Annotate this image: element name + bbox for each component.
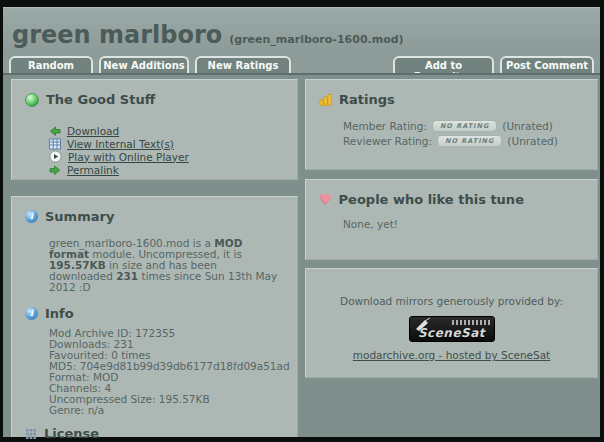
reviewer-rating-row: Reviewer Rating: NO RATING (Unrated) — [343, 133, 597, 148]
scenesat-logo-text: SceneSat — [410, 326, 494, 340]
info-icon — [25, 307, 38, 320]
people-heading: People who like this tune — [319, 192, 597, 207]
good-stuff-heading-label: The Good Stuff — [46, 92, 155, 107]
tab-post-comment[interactable]: Post Comment — [500, 56, 594, 73]
gold-bar-chart-icon — [319, 93, 332, 106]
tab-random[interactable]: Random — [9, 56, 93, 73]
title-row: green marlboro (green_marlboro-1600.mod) — [12, 21, 404, 49]
download-link[interactable]: Download — [67, 125, 119, 137]
tab-new-ratings[interactable]: New Ratings — [195, 56, 291, 73]
grid-dots-icon — [25, 428, 37, 440]
page-title: green marlboro — [12, 21, 222, 49]
summary-heading-label: Summary — [45, 209, 114, 224]
license-heading-label: License — [44, 426, 99, 441]
tab-add-to-favourites[interactable]: Add to Favourites — [393, 56, 494, 73]
download-arrow-icon — [49, 125, 61, 137]
green-globe-icon — [25, 93, 39, 107]
scenesat-mirror-link[interactable]: modarchive.org - hosted by SceneSat — [353, 349, 550, 361]
info-heading: Info — [25, 306, 297, 321]
scenesat-logo[interactable]: SceneSat — [409, 316, 495, 342]
tab-bar: Random New Additions New Ratings Add to … — [3, 56, 600, 73]
reviewer-rating-status: (Unrated) — [507, 135, 558, 147]
details-panel: Summary green_marlboro-1600.mod is a MOD… — [11, 196, 298, 437]
people-heading-label: People who like this tune — [339, 192, 524, 207]
permalink-row: Permalink — [49, 163, 297, 176]
good-stuff-panel: The Good Stuff Download View Internal Te… — [11, 79, 298, 180]
member-rating-row: Member Rating: NO RATING (Unrated) — [343, 118, 597, 133]
member-rating-status: (Unrated) — [502, 120, 553, 132]
download-row: Download — [49, 124, 297, 137]
page-header: green marlboro (green_marlboro-1600.mod) — [3, 7, 600, 56]
play-online-row: Play with Online Player — [49, 150, 297, 163]
content-area: The Good Stuff Download View Internal Te… — [3, 75, 600, 437]
view-internal-texts-link[interactable]: View Internal Text(s) — [67, 138, 174, 150]
member-no-rating-badge: NO RATING — [432, 120, 497, 132]
pink-heart-icon — [319, 193, 332, 206]
mirrors-panel: Download mirrors generously provided by: — [305, 268, 598, 378]
page-filename: (green_marlboro-1600.mod) — [229, 33, 403, 46]
play-icon — [49, 150, 62, 163]
info-list: Mod Archive ID: 172355 Downloads: 231 Fa… — [49, 328, 297, 416]
play-online-player-link[interactable]: Play with Online Player — [68, 151, 189, 163]
info-icon — [25, 210, 38, 223]
rating-rows: Member Rating: NO RATING (Unrated) Revie… — [343, 118, 597, 148]
good-stuff-heading: The Good Stuff — [25, 92, 297, 107]
people-panel: People who like this tune None, yet! — [305, 179, 598, 260]
reviewer-rating-label: Reviewer Rating: — [343, 135, 432, 147]
good-stuff-links: Download View Internal Text(s) Play with… — [49, 124, 297, 176]
permalink-arrow-icon — [49, 164, 61, 176]
people-empty-text: None, yet! — [343, 218, 597, 230]
ratings-heading-label: Ratings — [339, 92, 395, 107]
info-genre: Genre: n/a — [49, 405, 297, 416]
window: green marlboro (green_marlboro-1600.mod)… — [3, 7, 600, 437]
reviewer-no-rating-badge: NO RATING — [437, 135, 502, 147]
permalink-link[interactable]: Permalink — [67, 164, 119, 176]
text-grid-icon — [49, 138, 61, 150]
info-heading-label: Info — [45, 306, 74, 321]
mirrors-caption: Download mirrors generously provided by: — [306, 295, 597, 307]
member-rating-label: Member Rating: — [343, 120, 427, 132]
summary-heading: Summary — [25, 209, 297, 224]
modarchive-page: green marlboro (green_marlboro-1600.mod)… — [0, 0, 604, 442]
summary-bold-downloads: 231 — [116, 270, 138, 282]
summary-text: green_marlboro-1600.mod is a MOD format … — [49, 238, 283, 293]
ratings-heading: Ratings — [319, 92, 597, 107]
ratings-panel: Ratings Member Rating: NO RATING (Unrate… — [305, 79, 598, 170]
license-heading: License — [25, 426, 297, 441]
view-texts-row: View Internal Text(s) — [49, 137, 297, 150]
tab-new-additions[interactable]: New Additions — [99, 56, 189, 73]
